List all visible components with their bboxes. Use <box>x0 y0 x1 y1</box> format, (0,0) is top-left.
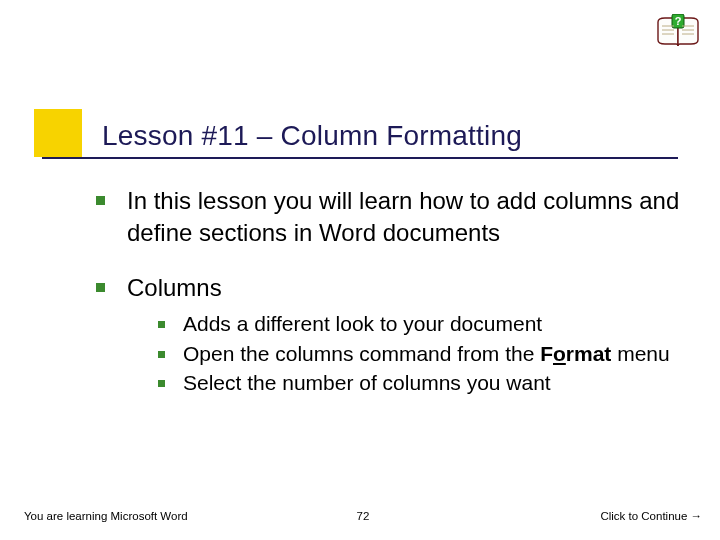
sub-list: Adds a different look to your document O… <box>158 310 686 397</box>
text-fragment: F <box>540 342 553 365</box>
sub-bullet-text: Adds a different look to your document <box>183 310 542 338</box>
bullet-text: Columns <box>127 272 222 304</box>
svg-text:?: ? <box>675 15 682 27</box>
title-accent-block <box>34 109 82 157</box>
text-fragment: rmat <box>566 342 612 365</box>
text-fragment: Open the columns command from the <box>183 342 540 365</box>
list-item: Columns <box>96 272 686 304</box>
text-fragment: menu <box>611 342 669 365</box>
list-item: In this lesson you will learn how to add… <box>96 185 686 248</box>
page-number: 72 <box>337 510 390 522</box>
sub-bullet-text: Select the number of columns you want <box>183 369 551 397</box>
sub-bullet-text: Open the columns command from the Format… <box>183 340 670 368</box>
bullet-square-icon <box>96 196 105 205</box>
help-book-icon: ? <box>656 14 700 52</box>
footer: You are learning Microsoft Word 72 Click… <box>0 510 720 522</box>
list-item: Open the columns command from the Format… <box>158 340 686 368</box>
bullet-square-icon <box>158 380 165 387</box>
bullet-square-icon <box>96 283 105 292</box>
list-item: Adds a different look to your document <box>158 310 686 338</box>
content-area: In this lesson you will learn how to add… <box>96 185 686 399</box>
menu-name-bold: Format <box>540 342 611 365</box>
list-item: Select the number of columns you want <box>158 369 686 397</box>
bullet-text: In this lesson you will learn how to add… <box>127 185 686 248</box>
bullet-square-icon <box>158 321 165 328</box>
accelerator-underline: o <box>553 342 566 365</box>
slide-title: Lesson #11 – Column Formatting <box>102 120 522 152</box>
title-underline <box>42 157 678 159</box>
footer-left-text: You are learning Microsoft Word <box>24 510 337 522</box>
bullet-square-icon <box>158 351 165 358</box>
continue-link[interactable]: Click to Continue → <box>389 510 702 522</box>
